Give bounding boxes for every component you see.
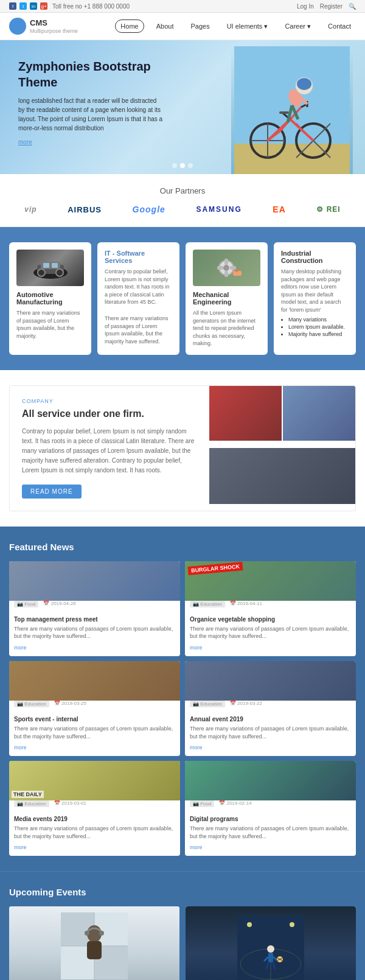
company-images	[209, 386, 355, 511]
news-date-3: 📅 2019-03-22	[230, 701, 262, 707]
company-title: All service under one firm.	[22, 408, 197, 421]
news-body-0: Top management press meet There are many…	[9, 611, 180, 656]
news-meta-3: 📷 Education 📅 2019-03-22	[185, 701, 356, 711]
login-link[interactable]: Log In	[297, 3, 314, 10]
company-image-2	[283, 386, 355, 441]
nav-item-about[interactable]: About	[151, 20, 179, 32]
partners-section: Our Partners vip AIRBUS Google SAMSUNG E…	[0, 174, 365, 227]
hero-title: Zymphonies Bootstrap Theme	[18, 58, 164, 90]
news-more-3[interactable]: more	[190, 744, 203, 751]
event-image-0	[9, 906, 179, 980]
football-event-svg	[237, 915, 304, 980]
news-text-3: There are many variations of passages of…	[190, 725, 351, 740]
nav-item-contact[interactable]: Contact	[323, 20, 356, 32]
news-date-1: 📅 2019-04-11	[230, 601, 262, 607]
hero-dot-1[interactable]	[172, 163, 177, 168]
music-event-svg	[61, 912, 128, 979]
nav-item-ui-elements[interactable]: UI elements ▾	[222, 20, 273, 33]
events-section: Upcoming Events	[0, 871, 365, 980]
partner-ea: EA	[273, 205, 285, 214]
news-text-0: There are many variations of passages of…	[14, 625, 175, 640]
company-section: COMPANY All service under one firm. Cont…	[0, 370, 365, 527]
news-date-5: 📅 2019-02-14	[219, 800, 251, 807]
service-card-industrial: Industrial Construction Many desktop pub…	[274, 242, 356, 355]
company-read-more-button[interactable]: READ MORE	[22, 485, 82, 499]
hero-section: Zymphonies Bootstrap Theme long establis…	[0, 40, 365, 174]
news-meta-1: 📷 Education 📅 2019-04-11	[185, 601, 356, 611]
service-text-2: All the Lorem Ipsum generators on the in…	[193, 309, 260, 348]
news-image-3	[185, 661, 356, 701]
news-more-2[interactable]: more	[14, 744, 27, 751]
news-more-4[interactable]: more	[14, 844, 27, 850]
twitter-icon[interactable]: t	[19, 2, 27, 10]
news-text-4: There are many variations of passages of…	[14, 825, 175, 840]
company-text: COMPANY All service under one firm. Cont…	[10, 386, 209, 511]
service-bullets-3: Many variations Lorem Ipsum available. M…	[281, 317, 349, 337]
news-title-2: Sports event - internal	[14, 716, 175, 723]
news-body-5: Digital programs There are many variatio…	[185, 811, 356, 856]
news-card-0: 📷 Food 📅 2019-04-26 Top management press…	[9, 561, 180, 656]
facebook-icon[interactable]: f	[9, 2, 16, 10]
service-card-automotive: Automotive Manufacturing There are many …	[9, 242, 91, 355]
hero-text: long established fact that a reader will…	[18, 96, 164, 133]
mech-icon	[210, 256, 243, 280]
news-title-5: Digital programs	[190, 816, 351, 822]
news-card-2: 📷 Education 📅 2019-03-25 Sports event - …	[9, 661, 180, 756]
linkedin-icon[interactable]: in	[30, 2, 37, 10]
auto-icon	[32, 256, 69, 280]
news-more-0[interactable]: more	[14, 645, 27, 651]
partners-logos: vip AIRBUS Google SAMSUNG EA ⚙ REI	[9, 205, 356, 214]
news-more-1[interactable]: more	[190, 645, 203, 651]
company-image-1	[209, 386, 282, 441]
service-image-mech	[193, 250, 260, 286]
events-grid: Weekend music programs 📍 New York 📅 2016…	[9, 906, 356, 980]
logo: CMS Multipurpose theme	[9, 18, 78, 35]
nav-item-career[interactable]: Career ▾	[280, 20, 316, 33]
logo-name: CMS	[30, 18, 78, 28]
news-tag-2: 📷 Education	[14, 701, 49, 707]
hero-content: Zymphonies Bootstrap Theme long establis…	[18, 58, 164, 146]
logo-text-wrap: CMS Multipurpose theme	[30, 18, 78, 34]
news-meta-2: 📷 Education 📅 2019-03-25	[9, 701, 180, 711]
news-card-4: THE DAILY 📷 Education 📅 2019-03-01 Media…	[9, 761, 180, 856]
logo-subtitle: Multipurpose theme	[30, 28, 78, 34]
social-icons: f t in g+	[9, 2, 47, 10]
news-image-2	[9, 661, 180, 701]
cyclist-svg	[234, 46, 350, 174]
register-link[interactable]: Register	[320, 3, 342, 10]
svg-point-29	[56, 269, 63, 276]
nav-menu: Home About Pages UI elements ▾ Career ▾ …	[115, 19, 356, 33]
news-image-5	[185, 761, 356, 800]
service-bullet-2: Lorem Ipsum available.	[288, 324, 349, 330]
hero-dot-2[interactable]	[180, 163, 185, 168]
hero-dot-3[interactable]	[188, 163, 193, 168]
services-section: Automotive Manufacturing There are many …	[0, 227, 365, 370]
company-image-3	[209, 448, 355, 504]
partner-airbus: AIRBUS	[68, 205, 102, 214]
news-text-1: There are many variations of passages of…	[190, 625, 351, 640]
svg-rect-26	[43, 263, 49, 268]
nav-item-pages[interactable]: Pages	[186, 20, 214, 32]
partner-google: Google	[133, 205, 165, 214]
nav-item-home[interactable]: Home	[115, 19, 144, 33]
svg-point-31	[223, 265, 229, 271]
news-more-5[interactable]: more	[190, 844, 203, 850]
svg-point-19	[297, 78, 311, 90]
news-title: Featured News	[9, 542, 356, 552]
service-card-mechanical: Mechanical Engineering All the Lorem Ips…	[186, 242, 268, 355]
service-bullet-3: Majority have suffered	[288, 331, 349, 337]
service-text-3: Many desktop publishing packages and web…	[281, 268, 349, 314]
news-body-1: Organice vegetable shopping There are ma…	[185, 611, 356, 656]
gplus-icon[interactable]: g+	[40, 2, 47, 10]
hero-more-link[interactable]: more	[18, 139, 32, 145]
news-body-3: Annual event 2019 There are many variati…	[185, 711, 356, 756]
service-text-0: There are many variations of passages of…	[16, 309, 84, 340]
svg-rect-53	[268, 953, 273, 962]
news-meta-0: 📷 Food 📅 2019-04-26	[9, 601, 180, 611]
news-body-2: Sports event - internal There are many v…	[9, 711, 180, 756]
phone-number: Toll free no +1 888 000 0000	[52, 3, 130, 10]
search-icon[interactable]: 🔍	[349, 3, 356, 10]
news-title-4: Media events 2019	[14, 816, 175, 822]
news-date-0: 📅 2019-04-26	[43, 601, 75, 607]
news-image-0	[9, 561, 180, 601]
